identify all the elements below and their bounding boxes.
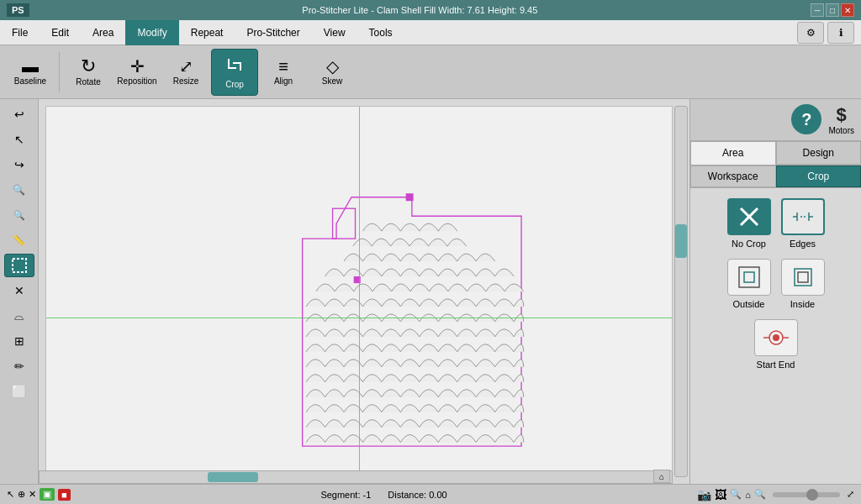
- settings-button[interactable]: ⚙: [797, 22, 824, 44]
- zoom-region-tool[interactable]: 🔍: [4, 178, 34, 202]
- vertical-scrollbar[interactable]: [674, 106, 688, 477]
- redo-button[interactable]: ↪: [4, 153, 34, 176]
- svg-rect-1: [228, 67, 236, 69]
- right-panel-content: No Crop Edges: [690, 188, 861, 484]
- menu-modify[interactable]: Modify: [125, 20, 178, 45]
- edges-option[interactable]: Edges: [781, 198, 825, 249]
- app-logo: PS: [7, 3, 29, 17]
- inside-icon: [781, 259, 825, 296]
- crop-label: Crop: [225, 80, 244, 89]
- outside-option[interactable]: Outside: [727, 259, 771, 309]
- reposition-icon: ✛: [130, 58, 145, 75]
- skew-tool[interactable]: ◇ Skew: [309, 49, 356, 96]
- distance-label: Distance: 0.00: [388, 490, 446, 500]
- window-title: Pro-Stitcher Lite - Clam Shell Fill Widt…: [29, 5, 811, 15]
- design-canvas[interactable]: [45, 106, 673, 477]
- tab-area[interactable]: Area: [690, 141, 776, 165]
- vscroll-thumb[interactable]: [675, 224, 687, 258]
- zoom-out-button[interactable]: 🔍: [754, 489, 766, 500]
- grid-tool[interactable]: ⊞: [4, 329, 34, 353]
- select-box-tool[interactable]: [4, 254, 34, 277]
- paint-tool[interactable]: ✏: [4, 354, 34, 378]
- photo-icon[interactable]: 🖼: [715, 488, 726, 501]
- inside-option[interactable]: Inside: [781, 259, 825, 309]
- horizontal-scrollbar[interactable]: ⌂: [39, 470, 673, 484]
- rotate-icon: ↻: [81, 57, 96, 76]
- menubar: File Edit Area Modify Repeat Pro-Stitche…: [0, 20, 861, 45]
- resize-icon: ⤢: [179, 58, 193, 75]
- status-remove-icon[interactable]: ✕: [29, 489, 36, 500]
- right-top-tabs: Area Design: [690, 141, 861, 165]
- status-select-icon[interactable]: ↖: [7, 489, 14, 500]
- baseline-icon: ▬: [22, 58, 39, 75]
- edges-icon: [781, 198, 825, 235]
- zoom-slider-thumb[interactable]: [806, 489, 818, 501]
- left-tools-panel: ↩ ↖ ↪ 🔍 🔍 📏 ✕ ⌓ ⊞ ✏ ⬜: [0, 99, 39, 484]
- motors-icon: $: [837, 104, 847, 126]
- lasso-tool[interactable]: ⌓: [4, 304, 34, 328]
- align-tool[interactable]: ≡ Align: [260, 49, 307, 96]
- info-button[interactable]: ℹ: [827, 22, 854, 44]
- skew-label: Skew: [322, 76, 342, 86]
- zoom-slider[interactable]: [773, 492, 840, 497]
- menu-repeat[interactable]: Repeat: [179, 20, 235, 45]
- no-crop-option[interactable]: No Crop: [727, 198, 771, 249]
- tab-workspace[interactable]: Workspace: [690, 165, 776, 187]
- close-selection-tool[interactable]: ✕: [4, 279, 34, 302]
- rotate-label: Rotate: [76, 77, 100, 87]
- clamshell-pattern: [306, 223, 524, 442]
- edges-label: Edges: [790, 239, 816, 249]
- toolbar-separator-1: [59, 52, 60, 92]
- hscroll-thumb[interactable]: [208, 472, 258, 482]
- tab-design[interactable]: Design: [776, 141, 862, 165]
- control-point-top[interactable]: [406, 193, 414, 201]
- menu-right-icons: ⚙ ℹ: [797, 22, 861, 44]
- rect-tool[interactable]: ⬜: [4, 380, 34, 403]
- maximize-button[interactable]: □: [826, 3, 839, 17]
- align-label: Align: [274, 76, 293, 86]
- cursor-tool[interactable]: ↖: [4, 128, 34, 151]
- zoom-controls: 📷 🖼 🔍 ⌂ 🔍 ⤢: [697, 488, 854, 501]
- start-end-option[interactable]: Start End: [754, 319, 798, 370]
- menu-area[interactable]: Area: [81, 20, 125, 45]
- rotate-tool[interactable]: ↻ Rotate: [65, 49, 112, 96]
- canvas-area[interactable]: ⇒: [39, 99, 689, 484]
- status-add-icon[interactable]: ⊕: [18, 489, 25, 500]
- status-active-tool[interactable]: ▣: [40, 488, 55, 501]
- motors-button[interactable]: $ Motors: [828, 104, 854, 135]
- camera-icon[interactable]: 📷: [697, 488, 711, 501]
- reposition-tool[interactable]: ✛ Reposition: [114, 49, 161, 96]
- segment-label: Segment: -1: [320, 490, 371, 500]
- help-button[interactable]: ?: [791, 104, 821, 134]
- toolbar: ▬ Baseline ↻ Rotate ✛ Reposition ⤢ Resiz…: [0, 45, 861, 99]
- home-canvas-button[interactable]: ⌂: [653, 470, 670, 483]
- no-crop-icon: [727, 198, 771, 235]
- menu-file[interactable]: File: [0, 20, 40, 45]
- crop-tool[interactable]: Crop: [211, 49, 258, 96]
- zoom-out-tool[interactable]: 🔍: [4, 203, 34, 227]
- close-button[interactable]: ✕: [841, 3, 854, 17]
- crosshair-vertical: [359, 107, 360, 476]
- minimize-button[interactable]: ─: [811, 3, 824, 17]
- zoom-fit-button[interactable]: ⤢: [847, 489, 854, 500]
- undo-button[interactable]: ↩: [4, 102, 34, 126]
- tab-crop[interactable]: Crop: [776, 165, 862, 187]
- zoom-in-button[interactable]: 🔍: [730, 489, 742, 500]
- svg-rect-17: [798, 272, 808, 282]
- statusbar: ↖ ⊕ ✕ ▣ ■ Segment: -1 Distance: 0.00 📷 🖼…: [0, 484, 861, 504]
- menu-prostitcher[interactable]: Pro-Stitcher: [235, 20, 311, 45]
- svg-point-19: [773, 334, 779, 341]
- menu-view[interactable]: View: [312, 20, 357, 45]
- status-tools: ↖ ⊕ ✕ ▣ ■: [7, 488, 71, 501]
- menu-tools[interactable]: Tools: [357, 20, 404, 45]
- segment-info: Segment: -1 Distance: 0.00: [84, 490, 684, 500]
- resize-tool[interactable]: ⤢ Resize: [162, 49, 209, 96]
- baseline-tool[interactable]: ▬ Baseline: [7, 49, 54, 96]
- home-zoom-button[interactable]: ⌂: [745, 490, 751, 500]
- no-crop-label: No Crop: [732, 239, 766, 249]
- measure-tool[interactable]: 📏: [4, 228, 34, 252]
- status-stop-icon[interactable]: ■: [58, 489, 71, 501]
- resize-label: Resize: [173, 76, 199, 86]
- menu-edit[interactable]: Edit: [40, 20, 81, 45]
- svg-rect-14: [739, 267, 759, 287]
